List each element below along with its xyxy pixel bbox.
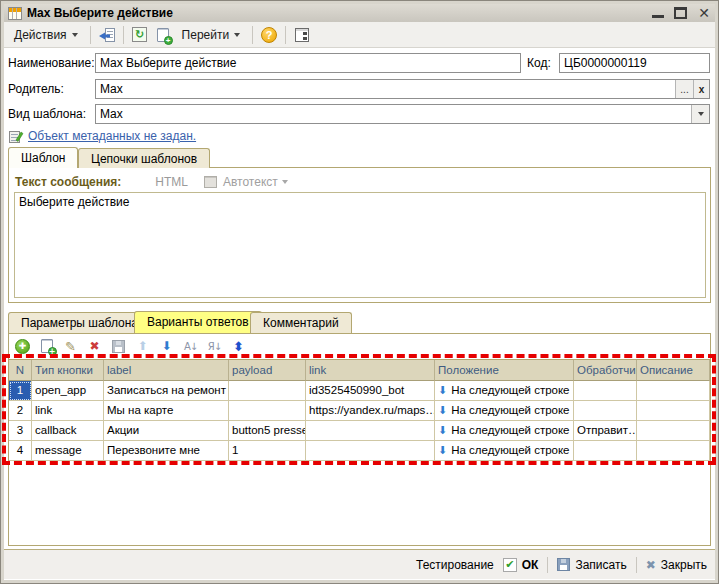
table-row-number[interactable]: 2: [9, 401, 32, 421]
table-cell-link[interactable]: [306, 421, 435, 441]
tab-template-params[interactable]: Параметры шаблона: [8, 312, 151, 333]
move-up-button[interactable]: ⬆: [134, 338, 151, 355]
reread-icon: [98, 27, 116, 43]
table-cell-description[interactable]: [637, 381, 710, 401]
column-header-position[interactable]: Положение: [435, 360, 574, 381]
minimize-button[interactable]: [652, 8, 664, 18]
parent-input[interactable]: Max ... x: [95, 79, 710, 99]
reorder-button[interactable]: ⬍: [230, 338, 247, 355]
toolbar-separator: [252, 26, 253, 44]
column-header-label[interactable]: label: [104, 360, 229, 381]
toolbar-separator: [90, 26, 91, 44]
move-down-button[interactable]: ⬇: [158, 338, 175, 355]
maximize-button[interactable]: [674, 7, 687, 19]
position-value: На следующей строке: [451, 381, 569, 400]
titlebar: Max Выберите действие ✕: [4, 4, 715, 22]
parent-clear-button[interactable]: x: [693, 80, 709, 98]
autotext-menu-button[interactable]: Автотекст: [223, 175, 288, 189]
table-cell-link[interactable]: https://yandex.ru/maps…: [306, 401, 435, 421]
parent-label: Родитель:: [8, 79, 64, 99]
table-cell-description[interactable]: [637, 401, 710, 421]
table-cell-label[interactable]: Записаться на ремонт: [104, 381, 229, 401]
table-cell-label[interactable]: Перезвоните мне: [104, 441, 229, 461]
message-text-area[interactable]: Выберите действие: [14, 192, 706, 298]
table-cell-description[interactable]: [637, 421, 710, 441]
save-button[interactable]: Записать: [557, 558, 626, 572]
delete-row-button[interactable]: ✖: [86, 338, 103, 355]
table-cell-description[interactable]: [637, 441, 710, 461]
column-header-type[interactable]: Тип кнопки: [32, 360, 104, 381]
name-input[interactable]: Max Выберите действие: [95, 53, 521, 73]
table-cell-payload[interactable]: [229, 381, 306, 401]
tab-template[interactable]: Шаблон: [8, 147, 78, 168]
table-cell-type[interactable]: open_app: [32, 381, 104, 401]
structure-icon: [295, 28, 309, 42]
sort-asc-button[interactable]: А↓: [182, 338, 199, 355]
table-cell-handler[interactable]: [574, 441, 637, 461]
code-value: ЦБ0000000119: [560, 54, 709, 72]
table-row-number-selected[interactable]: 1: [9, 381, 32, 401]
autotext-label: Автотекст: [223, 175, 278, 189]
template-kind-dropdown-button[interactable]: [691, 105, 709, 123]
refresh-button[interactable]: ↻: [130, 25, 150, 45]
table-cell-payload[interactable]: [229, 401, 306, 421]
help-button[interactable]: ?: [259, 25, 279, 45]
table-row-number[interactable]: 4: [9, 441, 32, 461]
column-header-handler[interactable]: Обработчик: [574, 360, 637, 381]
arrow-up-icon: ⬆: [137, 339, 147, 353]
code-input[interactable]: ЦБ0000000119: [559, 53, 710, 73]
sort-desc-icon: Я↓: [208, 341, 221, 352]
column-header-link[interactable]: link: [306, 360, 435, 381]
table-cell-type[interactable]: message: [32, 441, 104, 461]
copy-row-button[interactable]: +: [38, 338, 55, 355]
table-cell-link[interactable]: id3525450990_bot: [306, 381, 435, 401]
arrow-down-icon: ⬇: [438, 405, 447, 416]
tab-template-chains[interactable]: Цепочки шаблонов: [78, 148, 210, 168]
help-icon: ?: [261, 27, 277, 43]
table-cell-payload[interactable]: 1: [229, 441, 306, 461]
goto-menu-button[interactable]: Перейти: [176, 25, 247, 45]
metadata-object-link[interactable]: Объект метаданных не задан.: [28, 129, 196, 143]
add-row-button[interactable]: ✚: [14, 338, 31, 355]
html-toggle[interactable]: HTML: [155, 175, 188, 189]
ok-button[interactable]: ✔ ОК: [503, 558, 539, 572]
table-cell-type[interactable]: link: [32, 401, 104, 421]
column-header-description[interactable]: Описание: [637, 360, 710, 381]
reread-button[interactable]: [97, 25, 117, 45]
actions-menu-label: Действия: [14, 28, 67, 42]
tab-comment[interactable]: Комментарий: [250, 312, 352, 333]
edit-row-button[interactable]: ✎: [62, 338, 79, 355]
end-edit-button[interactable]: [110, 338, 127, 355]
column-header-n[interactable]: N: [9, 360, 32, 381]
table-cell-handler[interactable]: [574, 381, 637, 401]
table-cell-position[interactable]: ⬇На следующей строке: [435, 441, 574, 461]
parent-select-button[interactable]: ...: [675, 80, 693, 98]
table-cell-position[interactable]: ⬇На следующей строке: [435, 401, 574, 421]
pencil-icon: ✎: [65, 339, 76, 354]
template-kind-select[interactable]: Max: [95, 104, 710, 124]
actions-menu-button[interactable]: Действия: [8, 25, 84, 45]
chevron-down-icon: [282, 180, 288, 184]
sort-desc-button[interactable]: Я↓: [206, 338, 223, 355]
table-cell-label[interactable]: Мы на карте: [104, 401, 229, 421]
structure-button[interactable]: [292, 25, 312, 45]
testing-label: Тестирование: [416, 558, 494, 572]
table-cell-handler[interactable]: Отправит…: [574, 421, 637, 441]
testing-button[interactable]: Тестирование: [416, 558, 494, 572]
table-cell-payload[interactable]: button5 pressed: [229, 421, 306, 441]
column-header-payload[interactable]: payload: [229, 360, 306, 381]
table-cell-link[interactable]: [306, 441, 435, 461]
copy-button[interactable]: +: [153, 25, 173, 45]
close-form-button[interactable]: ✖ Закрыть: [646, 558, 707, 572]
table-cell-position[interactable]: ⬇На следующей строке: [435, 381, 574, 401]
table-cell-position[interactable]: ⬇На следующей строке: [435, 421, 574, 441]
table-cell-label[interactable]: Акции: [104, 421, 229, 441]
table-row-number[interactable]: 3: [9, 421, 32, 441]
close-button[interactable]: ✕: [697, 7, 711, 20]
table-cell-type[interactable]: callback: [32, 421, 104, 441]
table-cell-handler[interactable]: [574, 401, 637, 421]
tab-answer-options[interactable]: Варианты ответов: [134, 311, 262, 333]
answers-table: N Тип кнопки label payload link Положени…: [9, 359, 710, 461]
name-value: Max Выберите действие: [96, 54, 520, 72]
position-value: На следующей строке: [451, 441, 569, 460]
